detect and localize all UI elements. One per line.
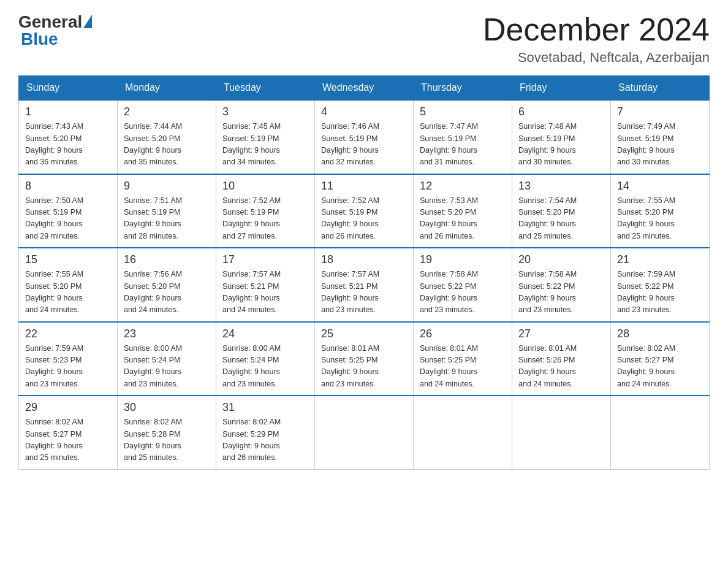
calendar-day-cell: 21 Sunrise: 7:59 AM Sunset: 5:22 PM Dayl… [611, 248, 710, 322]
day-number: 27 [518, 327, 604, 340]
day-number: 14 [617, 180, 703, 193]
calendar-day-cell: 23 Sunrise: 8:00 AM Sunset: 5:24 PM Dayl… [118, 322, 216, 396]
calendar-day-cell: 4 Sunrise: 7:46 AM Sunset: 5:19 PM Dayli… [315, 100, 414, 174]
logo-triangle-icon [83, 15, 92, 28]
calendar-day-cell [512, 396, 611, 469]
calendar-day-cell: 24 Sunrise: 8:00 AM Sunset: 5:24 PM Dayl… [216, 322, 315, 396]
calendar-day-cell: 12 Sunrise: 7:53 AM Sunset: 5:20 PM Dayl… [414, 174, 512, 248]
day-number: 31 [222, 401, 308, 414]
day-info: Sunrise: 7:50 AM Sunset: 5:19 PM Dayligh… [25, 195, 111, 243]
day-info: Sunrise: 7:49 AM Sunset: 5:19 PM Dayligh… [617, 121, 703, 169]
day-number: 12 [420, 180, 506, 193]
day-number: 2 [124, 105, 210, 118]
day-number: 16 [124, 253, 210, 266]
calendar-day-cell: 27 Sunrise: 8:01 AM Sunset: 5:26 PM Dayl… [512, 322, 611, 396]
day-info: Sunrise: 8:02 AM Sunset: 5:28 PM Dayligh… [124, 416, 210, 464]
weekday-header-sunday: Sunday [19, 76, 118, 101]
day-info: Sunrise: 7:59 AM Sunset: 5:22 PM Dayligh… [617, 269, 703, 316]
calendar-day-cell: 8 Sunrise: 7:50 AM Sunset: 5:19 PM Dayli… [19, 174, 118, 248]
day-info: Sunrise: 7:56 AM Sunset: 5:20 PM Dayligh… [124, 269, 210, 316]
day-number: 24 [222, 327, 308, 340]
day-info: Sunrise: 7:54 AM Sunset: 5:20 PM Dayligh… [518, 195, 604, 243]
day-number: 10 [222, 180, 308, 193]
day-info: Sunrise: 8:01 AM Sunset: 5:26 PM Dayligh… [518, 343, 604, 391]
day-info: Sunrise: 7:58 AM Sunset: 5:22 PM Dayligh… [420, 269, 506, 316]
day-number: 28 [617, 327, 703, 340]
day-info: Sunrise: 7:57 AM Sunset: 5:21 PM Dayligh… [321, 269, 407, 316]
calendar-week-row: 15 Sunrise: 7:55 AM Sunset: 5:20 PM Dayl… [19, 248, 710, 322]
day-number: 13 [518, 180, 604, 193]
day-number: 20 [518, 253, 604, 266]
weekday-header-monday: Monday [118, 76, 216, 101]
day-number: 15 [25, 253, 111, 266]
calendar-day-cell [611, 396, 710, 469]
day-number: 23 [124, 327, 210, 340]
day-number: 29 [25, 401, 111, 414]
weekday-header-wednesday: Wednesday [315, 76, 414, 101]
day-number: 25 [321, 327, 407, 340]
day-info: Sunrise: 7:55 AM Sunset: 5:20 PM Dayligh… [617, 195, 703, 243]
calendar-day-cell: 14 Sunrise: 7:55 AM Sunset: 5:20 PM Dayl… [611, 174, 710, 248]
calendar-day-cell: 26 Sunrise: 8:01 AM Sunset: 5:25 PM Dayl… [414, 322, 512, 396]
day-number: 19 [420, 253, 506, 266]
day-number: 26 [420, 327, 506, 340]
calendar-day-cell: 30 Sunrise: 8:02 AM Sunset: 5:28 PM Dayl… [118, 396, 216, 469]
calendar-day-cell: 29 Sunrise: 8:02 AM Sunset: 5:27 PM Dayl… [19, 396, 118, 469]
month-title: December 2024 [483, 12, 710, 47]
calendar-day-cell: 31 Sunrise: 8:02 AM Sunset: 5:29 PM Dayl… [216, 396, 315, 469]
calendar-day-cell: 18 Sunrise: 7:57 AM Sunset: 5:21 PM Dayl… [315, 248, 414, 322]
weekday-header-thursday: Thursday [414, 76, 512, 101]
day-number: 1 [25, 105, 111, 118]
day-info: Sunrise: 8:02 AM Sunset: 5:27 PM Dayligh… [25, 416, 111, 464]
calendar-day-cell: 10 Sunrise: 7:52 AM Sunset: 5:19 PM Dayl… [216, 174, 315, 248]
day-info: Sunrise: 7:45 AM Sunset: 5:19 PM Dayligh… [222, 121, 308, 169]
calendar-day-cell: 9 Sunrise: 7:51 AM Sunset: 5:19 PM Dayli… [118, 174, 216, 248]
day-number: 21 [617, 253, 703, 266]
calendar-week-row: 1 Sunrise: 7:43 AM Sunset: 5:20 PM Dayli… [19, 100, 710, 174]
logo: General Blue [18, 12, 92, 49]
weekday-header-friday: Friday [512, 76, 611, 101]
weekday-header-tuesday: Tuesday [216, 76, 315, 101]
calendar-day-cell: 5 Sunrise: 7:47 AM Sunset: 5:19 PM Dayli… [414, 100, 512, 174]
day-number: 30 [124, 401, 210, 414]
day-number: 5 [420, 105, 506, 118]
day-info: Sunrise: 8:01 AM Sunset: 5:25 PM Dayligh… [420, 343, 506, 391]
calendar-day-cell: 22 Sunrise: 7:59 AM Sunset: 5:23 PM Dayl… [19, 322, 118, 396]
day-info: Sunrise: 7:47 AM Sunset: 5:19 PM Dayligh… [420, 121, 506, 169]
calendar-week-row: 29 Sunrise: 8:02 AM Sunset: 5:27 PM Dayl… [19, 396, 710, 469]
day-info: Sunrise: 8:02 AM Sunset: 5:27 PM Dayligh… [617, 343, 703, 391]
day-info: Sunrise: 7:46 AM Sunset: 5:19 PM Dayligh… [321, 121, 407, 169]
day-info: Sunrise: 7:58 AM Sunset: 5:22 PM Dayligh… [518, 269, 604, 316]
day-info: Sunrise: 7:52 AM Sunset: 5:19 PM Dayligh… [321, 195, 407, 243]
day-info: Sunrise: 7:53 AM Sunset: 5:20 PM Dayligh… [420, 195, 506, 243]
page-header: General Blue December 2024 Sovetabad, Ne… [18, 12, 710, 66]
calendar-day-cell: 7 Sunrise: 7:49 AM Sunset: 5:19 PM Dayli… [611, 100, 710, 174]
day-number: 3 [222, 105, 308, 118]
calendar-day-cell: 3 Sunrise: 7:45 AM Sunset: 5:19 PM Dayli… [216, 100, 315, 174]
weekday-header-saturday: Saturday [611, 76, 710, 101]
calendar-day-cell: 19 Sunrise: 7:58 AM Sunset: 5:22 PM Dayl… [414, 248, 512, 322]
day-number: 7 [617, 105, 703, 118]
day-number: 8 [25, 180, 111, 193]
calendar-day-cell: 1 Sunrise: 7:43 AM Sunset: 5:20 PM Dayli… [19, 100, 118, 174]
day-number: 22 [25, 327, 111, 340]
day-info: Sunrise: 8:00 AM Sunset: 5:24 PM Dayligh… [124, 343, 210, 391]
location-title: Sovetabad, Neftcala, Azerbaijan [483, 50, 710, 66]
calendar-week-row: 8 Sunrise: 7:50 AM Sunset: 5:19 PM Dayli… [19, 174, 710, 248]
day-info: Sunrise: 8:02 AM Sunset: 5:29 PM Dayligh… [222, 416, 308, 464]
calendar-week-row: 22 Sunrise: 7:59 AM Sunset: 5:23 PM Dayl… [19, 322, 710, 396]
calendar-day-cell: 28 Sunrise: 8:02 AM Sunset: 5:27 PM Dayl… [611, 322, 710, 396]
calendar-day-cell: 13 Sunrise: 7:54 AM Sunset: 5:20 PM Dayl… [512, 174, 611, 248]
calendar-day-cell: 15 Sunrise: 7:55 AM Sunset: 5:20 PM Dayl… [19, 248, 118, 322]
day-number: 17 [222, 253, 308, 266]
calendar-day-cell: 2 Sunrise: 7:44 AM Sunset: 5:20 PM Dayli… [118, 100, 216, 174]
calendar-day-cell: 20 Sunrise: 7:58 AM Sunset: 5:22 PM Dayl… [512, 248, 611, 322]
calendar-day-cell: 25 Sunrise: 8:01 AM Sunset: 5:25 PM Dayl… [315, 322, 414, 396]
calendar-table: SundayMondayTuesdayWednesdayThursdayFrid… [18, 75, 710, 470]
calendar-day-cell: 16 Sunrise: 7:56 AM Sunset: 5:20 PM Dayl… [118, 248, 216, 322]
calendar-day-cell: 6 Sunrise: 7:48 AM Sunset: 5:19 PM Dayli… [512, 100, 611, 174]
day-info: Sunrise: 7:52 AM Sunset: 5:19 PM Dayligh… [222, 195, 308, 243]
day-info: Sunrise: 7:43 AM Sunset: 5:20 PM Dayligh… [25, 121, 111, 169]
day-number: 18 [321, 253, 407, 266]
day-info: Sunrise: 8:00 AM Sunset: 5:24 PM Dayligh… [222, 343, 308, 391]
